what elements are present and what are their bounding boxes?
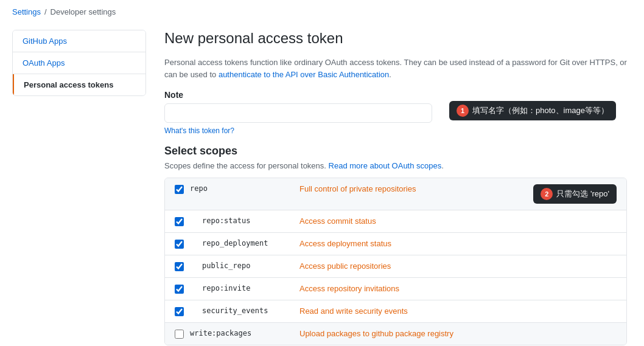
badge-1: 1 [457,105,469,117]
scope-checkbox-repo-invite[interactable] [175,285,184,294]
scope-desc-write-packages: Upload packages to github package regist… [299,329,617,338]
scope-desc-repo-status: Access commit status [299,216,617,226]
main-layout: GitHub Apps OAuth Apps Personal access t… [0,24,644,346]
scope-checkbox-repo[interactable] [175,185,184,194]
scopes-group: Select scopes Scopes define the access f… [164,145,632,345]
tooltip-note: 1 填写名字（例如：photo、image等等） [444,101,616,120]
scope-row-public-repo: public_repo Access public repositories [165,255,626,278]
note-row: 1 填写名字（例如：photo、image等等） [164,103,632,123]
scope-row-repo-invite: repo:invite Access repository invitation… [165,278,626,300]
tooltip-bubble-1: 1 填写名字（例如：photo、image等等） [449,101,616,120]
scope-desc-repo-deployment: Access deployment status [299,239,617,248]
sidebar-item-github-apps[interactable]: GitHub Apps [13,30,145,52]
scope-name-security-events: security_events [190,306,299,315]
breadcrumb-separator: / [44,7,47,16]
tooltip-2-text: 只需勾选 'repo' [556,189,609,199]
scope-name-public-repo: public_repo [190,261,299,270]
note-input[interactable] [164,103,432,123]
scope-name-write-packages: write:packages [190,329,299,337]
sidebar: GitHub Apps OAuth Apps Personal access t… [12,30,146,96]
scopes-link[interactable]: Read more about OAuth scopes [329,161,442,170]
scope-row-write-packages: write:packages Upload packages to github… [165,323,626,345]
scope-name-repo-invite: repo:invite [190,284,299,292]
sidebar-item-personal-tokens[interactable]: Personal access tokens [13,74,145,95]
sidebar-item-oauth-apps[interactable]: OAuth Apps [13,52,145,74]
scope-name-repo-deployment: repo_deployment [190,239,299,247]
page-description: Personal access tokens function like ord… [164,57,627,80]
scope-checkbox-repo-status[interactable] [175,217,184,226]
scope-checkbox-security-events[interactable] [175,307,184,316]
scope-desc-repo: Full control of private repositories [299,184,519,193]
note-label: Note [164,90,632,100]
scopes-desc: Scopes define the access for personal to… [164,161,632,170]
breadcrumb-developer: Developer settings [51,7,116,16]
sidebar-link-github-apps[interactable]: GitHub Apps [23,36,67,46]
scope-row-repo: repo Full control of private repositorie… [165,178,626,210]
description-link[interactable]: authenticate to the API over Basic Authe… [219,70,389,79]
sidebar-link-oauth-apps[interactable]: OAuth Apps [23,58,65,67]
scope-row-repo-status: repo:status Access commit status [165,210,626,233]
badge-2: 2 [541,188,553,200]
scope-desc-repo-invite: Access repository invitations [299,284,617,293]
scope-checkbox-repo-deployment[interactable] [175,240,184,249]
scope-checkbox-write-packages[interactable] [175,330,184,339]
page-title: New personal access token [164,30,632,47]
tooltip-1-text: 填写名字（例如：photo、image等等） [472,105,609,116]
breadcrumb: Settings / Developer settings [0,0,644,24]
scope-name-repo: repo [190,184,299,193]
scope-checkbox-public-repo[interactable] [175,262,184,271]
main-content: New personal access token Personal acces… [164,24,632,346]
breadcrumb-settings[interactable]: Settings [12,7,41,16]
tooltip-bubble-2: 2 只需勾选 'repo' [533,184,617,204]
scope-desc-security-events: Read and write security events [299,306,617,316]
tooltip-repo: 2 只需勾选 'repo' [528,184,617,204]
scope-desc-public-repo: Access public repositories [299,261,617,271]
scopes-title: Select scopes [164,145,632,157]
note-form-group: Note 1 填写名字（例如：photo、image等等） What's thi… [164,90,632,135]
note-hint[interactable]: What's this token for? [164,126,632,135]
scope-name-repo-status: repo:status [190,216,299,225]
scopes-table: repo Full control of private repositorie… [164,178,627,345]
scope-row-repo-deployment: repo_deployment Access deployment status [165,233,626,255]
sidebar-label-personal-tokens: Personal access tokens [24,80,113,89]
scope-row-security-events: security_events Read and write security … [165,300,626,323]
